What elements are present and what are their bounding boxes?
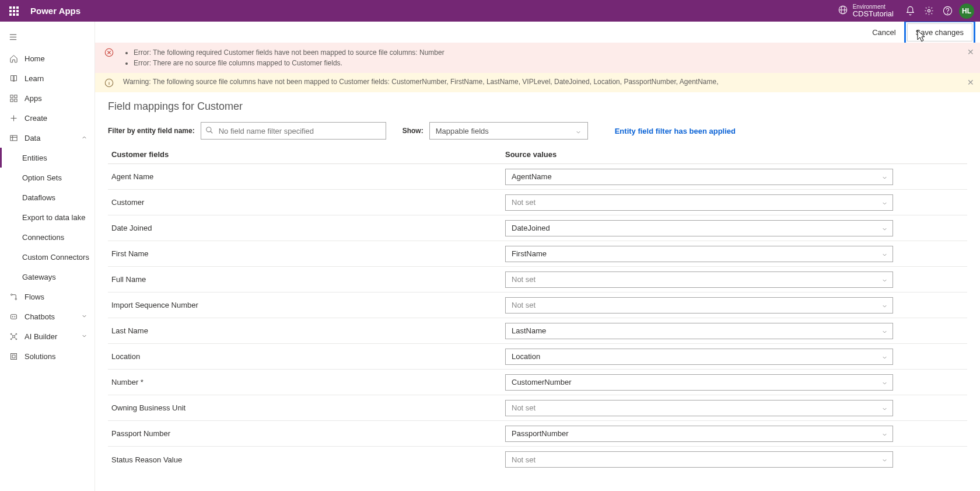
chevron-down-icon [881, 354, 888, 363]
mapping-select[interactable]: AgentName [505, 169, 893, 185]
nav-entities[interactable]: Entities [0, 148, 94, 168]
filter-input[interactable] [201, 122, 386, 140]
filter-label: Filter by entity field name: [108, 127, 195, 135]
col-source-values: Source values [505, 150, 967, 159]
error-line: Error: There are no source file columns … [134, 58, 444, 68]
notifications-icon[interactable] [901, 2, 919, 20]
chevron-up-icon [81, 134, 88, 142]
environment-picker[interactable]: Environment CDSTutorial [838, 4, 894, 18]
environment-icon [838, 5, 848, 17]
error-icon [104, 48, 114, 57]
mapping-row: Number *CustomerNumber [108, 370, 967, 395]
mapping-select[interactable]: LastName [505, 323, 893, 339]
nav-custom-connectors[interactable]: Custom Connectors [0, 247, 94, 267]
nav-apps[interactable]: Apps [0, 88, 94, 108]
mapping-label: Status Reason Value [108, 455, 505, 464]
chevron-down-icon [881, 457, 888, 465]
flows-icon [8, 292, 19, 301]
mapping-select[interactable]: Not set [505, 297, 893, 314]
mapping-value: Not set [512, 301, 536, 309]
svg-rect-12 [14, 99, 16, 101]
svg-point-27 [15, 338, 16, 339]
mapping-row: Last NameLastName [108, 318, 967, 344]
chevron-down-icon [881, 328, 888, 337]
mapping-label: Customer [108, 198, 505, 207]
learn-icon [8, 74, 19, 83]
mapping-value: Not set [512, 403, 536, 412]
nav-label: Home [24, 54, 45, 63]
save-changes-button[interactable]: Save changes [907, 23, 972, 41]
environment-text: Environment CDSTutorial [853, 4, 894, 18]
nav-label: Chatbots [24, 312, 55, 321]
svg-line-31 [14, 337, 15, 338]
ai-builder-icon [8, 332, 19, 341]
settings-icon[interactable] [919, 2, 938, 20]
user-avatar[interactable]: HL [959, 4, 974, 19]
show-dropdown[interactable]: Mappable fields [429, 122, 588, 140]
nav-gateways[interactable]: Gateways [0, 267, 94, 287]
nav-flows[interactable]: Flows [0, 287, 94, 307]
nav-toggle-icon[interactable] [1, 25, 24, 48]
close-icon[interactable]: ✕ [967, 78, 974, 87]
command-bar: Cancel Save changes [95, 22, 980, 43]
mapping-select[interactable]: Not set [505, 400, 893, 416]
nav-home[interactable]: Home [0, 48, 94, 68]
nav-label: Learn [24, 74, 44, 83]
mapping-select[interactable]: Location [505, 349, 893, 365]
nav-export[interactable]: Export to data lake [0, 207, 94, 227]
svg-line-29 [14, 335, 15, 336]
mapping-select[interactable]: CustomerNumber [505, 374, 893, 391]
nav-create[interactable]: Create [0, 108, 94, 128]
svg-rect-20 [10, 314, 16, 319]
home-icon [8, 54, 19, 63]
mapping-select[interactable]: Not set [505, 451, 893, 468]
mapping-label: Number * [108, 378, 505, 386]
mapping-select[interactable]: Not set [505, 194, 893, 211]
nav-dataflows[interactable]: Dataflows [0, 187, 94, 207]
nav-label: Solutions [24, 352, 55, 361]
mapping-value: DateJoined [512, 224, 550, 232]
filter-applied-msg: Entity field filter has been applied [615, 127, 736, 135]
chevron-down-icon [575, 128, 582, 137]
nav-label: Dataflows [22, 193, 55, 202]
svg-point-19 [15, 298, 17, 300]
app-launcher-icon[interactable] [6, 3, 22, 19]
mapping-label: Full Name [108, 275, 505, 284]
mapping-label: Owning Business Unit [108, 403, 505, 412]
apps-icon [8, 94, 19, 103]
app-title: Power Apps [30, 6, 838, 16]
svg-rect-15 [10, 135, 16, 141]
mapping-select[interactable]: FirstName [505, 246, 893, 262]
mapping-rows: Agent NameAgentNameCustomerNot setDate J… [108, 164, 967, 472]
chevron-down-icon [881, 251, 888, 260]
nav-label: Gateways [22, 273, 56, 281]
page-title: Field mappings for Customer [108, 100, 967, 113]
mapping-select[interactable]: PassportNumber [505, 426, 893, 442]
mapping-label: Agent Name [108, 172, 505, 181]
svg-point-40 [206, 127, 211, 132]
chevron-down-icon [881, 225, 888, 234]
top-header: Power Apps Environment CDSTutorial HL [0, 0, 980, 22]
nav-data[interactable]: Data [0, 128, 94, 148]
mapping-select[interactable]: DateJoined [505, 220, 893, 236]
filter-row: Filter by entity field name: Show: Mappa… [108, 122, 967, 140]
nav-label: Custom Connectors [22, 253, 89, 262]
chevron-down-icon [881, 431, 888, 440]
nav-option-sets[interactable]: Option Sets [0, 168, 94, 187]
mapping-select[interactable]: Not set [505, 271, 893, 288]
help-icon[interactable] [938, 2, 957, 20]
chevron-down-icon [881, 405, 888, 414]
mapping-row: Status Reason ValueNot set [108, 447, 967, 472]
cancel-button[interactable]: Cancel [865, 25, 902, 40]
nav-ai-builder[interactable]: AI Builder [0, 326, 94, 346]
nav-connections[interactable]: Connections [0, 227, 94, 247]
environment-name: CDSTutorial [853, 10, 894, 18]
nav-solutions[interactable]: Solutions [0, 346, 94, 366]
filter-search [201, 122, 386, 140]
close-icon[interactable]: ✕ [967, 47, 974, 57]
nav-learn[interactable]: Learn [0, 68, 94, 88]
svg-point-22 [14, 316, 15, 316]
col-customer-fields: Customer fields [108, 150, 505, 159]
environment-label: Environment [853, 4, 894, 10]
nav-chatbots[interactable]: Chatbots [0, 307, 94, 326]
